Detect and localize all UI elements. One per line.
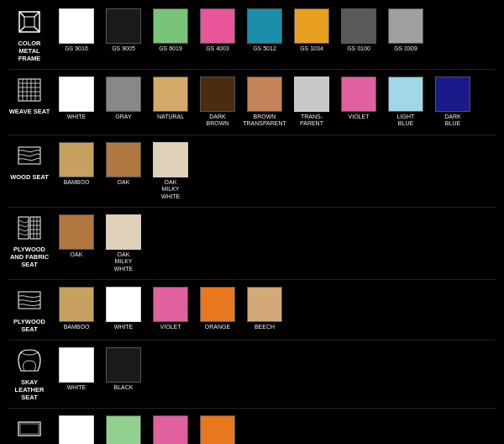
color-label: BAMBOO xyxy=(64,324,90,330)
color-item[interactable]: GS 4003 xyxy=(196,8,239,52)
color-item[interactable]: WHITE xyxy=(55,347,98,391)
color-swatch xyxy=(247,8,282,44)
color-item[interactable]: GS 9005 xyxy=(102,8,145,52)
svg-rect-15 xyxy=(18,147,40,164)
svg-line-3 xyxy=(19,27,24,32)
main-container: COLOR METAL FRAMEGS 9016GS 9005GS 6019GS… xyxy=(8,8,496,444)
color-swatch xyxy=(106,415,141,444)
color-label: OAK xyxy=(118,179,130,186)
plywood-seat-icon-container: PLYWOOD SEAT xyxy=(8,287,50,333)
mdf-top-colors: WHITEGREENVIOLETORANGE xyxy=(55,415,496,444)
color-swatch xyxy=(59,214,94,250)
color-label: BEECH xyxy=(255,324,275,330)
color-item[interactable]: BEECH xyxy=(243,287,286,330)
metal-frame-icon xyxy=(16,8,43,37)
color-item[interactable]: GRAY xyxy=(102,77,145,128)
leather-seat-icon xyxy=(16,347,43,376)
svg-line-4 xyxy=(34,27,39,32)
color-swatch xyxy=(153,415,188,444)
color-item[interactable]: VIOLET xyxy=(149,287,192,330)
color-label: BLACK xyxy=(114,384,134,391)
color-item[interactable]: BAMBOO xyxy=(55,287,98,330)
color-label: DARK BLUE xyxy=(444,114,460,128)
color-swatch xyxy=(59,415,94,444)
color-label: GS 0100 xyxy=(347,45,370,52)
color-label: DARK BROWN xyxy=(207,114,229,128)
color-swatch xyxy=(106,287,141,322)
weave-seat-label: WEAVE SEAT xyxy=(9,108,50,115)
color-label: OAK MILKY WHITE xyxy=(114,251,134,272)
color-item[interactable]: WHITE xyxy=(55,415,98,444)
color-item[interactable]: GREEN xyxy=(102,415,145,444)
color-swatch xyxy=(341,77,376,112)
skay-leather-seat-colors: WHITEBLACK xyxy=(55,347,496,391)
color-item[interactable]: WHITE xyxy=(102,287,145,330)
color-item[interactable]: OAK xyxy=(102,142,145,200)
color-item[interactable]: BROWN TRANSPARENT xyxy=(243,77,286,128)
section-plywood-fabric-seat: PLYWOOD AND FABRIC SEATOAKOAK MILKY WHIT… xyxy=(8,214,496,280)
color-item[interactable]: OAK xyxy=(55,214,98,272)
color-item[interactable]: GS 6019 xyxy=(149,8,192,52)
svg-rect-16 xyxy=(18,217,29,239)
section-mdf-top: MDF TOPWHITEGREENVIOLETORANGE xyxy=(8,415,496,444)
color-item[interactable]: GS 1034 xyxy=(290,8,333,52)
color-item[interactable]: OAK MILKY WHITE xyxy=(102,214,145,272)
color-swatch xyxy=(247,77,282,112)
color-metal-frame-label: COLOR METAL FRAME xyxy=(18,40,40,62)
svg-rect-17 xyxy=(30,217,40,239)
color-label: WHITE xyxy=(67,384,87,391)
color-item[interactable]: LIGHT BLUE xyxy=(384,77,428,128)
color-item[interactable]: OAK MILKY WHITE xyxy=(149,142,192,200)
color-item[interactable]: ORANGE xyxy=(196,287,239,330)
section-color-metal-frame: COLOR METAL FRAMEGS 9016GS 9005GS 6019GS… xyxy=(8,8,496,70)
color-item[interactable]: GS 5012 xyxy=(243,8,286,52)
wood-seat-icon xyxy=(16,142,43,171)
color-swatch xyxy=(388,77,423,112)
color-swatch xyxy=(294,77,329,112)
color-item[interactable]: BAMBOO xyxy=(55,142,98,200)
color-label: VIOLET xyxy=(349,114,370,120)
color-swatch xyxy=(153,142,188,177)
color-label: GS 0309 xyxy=(394,45,417,52)
color-item[interactable]: ORANGE xyxy=(196,415,239,444)
color-swatch xyxy=(59,77,94,112)
color-swatch xyxy=(106,214,141,250)
plywood-fabric-seat-colors: OAKOAK MILKY WHITE xyxy=(55,214,496,272)
color-swatch xyxy=(200,8,235,44)
color-item[interactable]: GS 0100 xyxy=(337,8,381,52)
color-label: WHITE xyxy=(67,114,87,120)
color-item[interactable]: GS 0309 xyxy=(384,8,428,52)
color-item[interactable]: TRANS- PARENT xyxy=(290,77,333,128)
color-label: NATURAL xyxy=(157,114,184,120)
skay-leather-seat-icon-container: SKAY LEATHER SEAT xyxy=(8,347,50,401)
color-swatch xyxy=(153,77,188,112)
color-swatch xyxy=(106,8,141,44)
wood-seat-colors: BAMBOOOAKOAK MILKY WHITE xyxy=(55,142,496,200)
color-label: LIGHT BLUE xyxy=(397,114,415,128)
color-item[interactable]: BLACK xyxy=(102,347,145,391)
color-swatch xyxy=(106,77,141,112)
color-swatch xyxy=(106,142,141,177)
color-item[interactable]: GS 9016 xyxy=(55,8,98,52)
color-item[interactable]: VIOLET xyxy=(337,77,381,128)
weave-seat-colors: WHITEGRAYNATURALDARK BROWNBROWN TRANSPAR… xyxy=(55,77,496,128)
color-label: OAK xyxy=(71,251,83,258)
color-label: GS 1034 xyxy=(300,45,323,52)
color-swatch xyxy=(341,8,376,44)
section-wood-seat: WOOD SEATBAMBOOOAKOAK MILKY WHITE xyxy=(8,142,496,208)
color-item[interactable]: VIOLET xyxy=(149,415,192,444)
color-label: ORANGE xyxy=(205,324,230,330)
color-label: OAK MILKY WHITE xyxy=(161,179,181,200)
color-item[interactable]: WHITE xyxy=(55,77,98,128)
color-label: GS 5012 xyxy=(253,45,276,52)
color-swatch xyxy=(106,347,141,383)
plywood-seat-icon xyxy=(16,287,43,315)
plywood-fabric-icon xyxy=(16,214,43,243)
color-swatch xyxy=(59,287,94,322)
color-item[interactable]: DARK BROWN xyxy=(196,77,239,128)
color-item[interactable]: DARK BLUE xyxy=(431,77,475,128)
color-label: GS 9016 xyxy=(65,45,88,52)
color-swatch xyxy=(435,77,470,112)
plywood-seat-label: PLYWOOD SEAT xyxy=(13,318,45,333)
color-item[interactable]: NATURAL xyxy=(149,77,192,128)
